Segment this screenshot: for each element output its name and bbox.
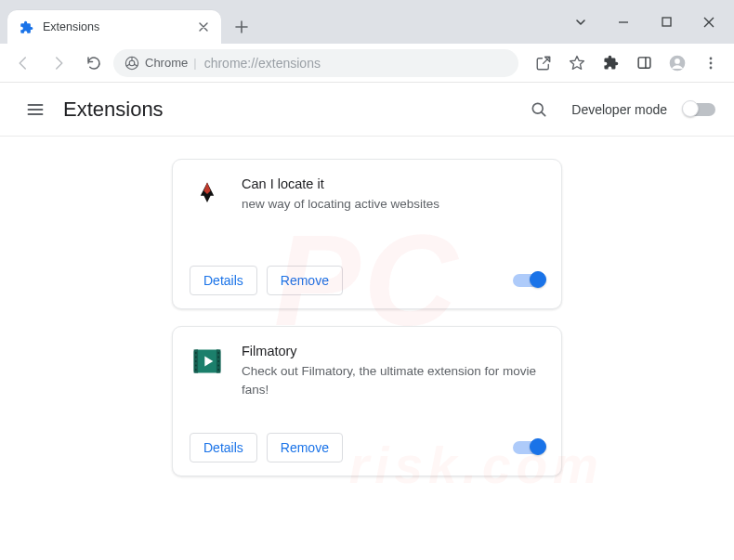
chrome-icon	[125, 56, 139, 71]
profile-button[interactable]	[662, 47, 693, 79]
svg-point-20	[217, 360, 219, 362]
extension-description: new way of locating active websites	[242, 195, 544, 214]
remove-button[interactable]: Remove	[267, 266, 343, 295]
remove-button[interactable]: Remove	[267, 433, 343, 462]
page-title: Extensions	[63, 98, 164, 122]
details-button[interactable]: Details	[190, 266, 257, 295]
extension-icon	[190, 344, 225, 379]
nav-reload-button[interactable]	[78, 47, 110, 79]
browser-toolbar: Chrome | chrome://extensions	[0, 44, 734, 83]
svg-point-2	[129, 60, 135, 66]
extensions-header: Extensions Developer mode	[0, 83, 734, 137]
svg-point-8	[710, 66, 713, 69]
share-button[interactable]	[528, 47, 559, 79]
site-chip: Chrome |	[125, 56, 197, 71]
svg-rect-3	[638, 58, 650, 68]
svg-point-15	[195, 360, 197, 362]
address-bar[interactable]: Chrome | chrome://extensions	[113, 49, 518, 77]
svg-point-5	[675, 59, 680, 64]
window-close-button[interactable]	[688, 7, 730, 38]
extensions-button[interactable]	[595, 47, 626, 79]
svg-rect-0	[662, 18, 671, 26]
developer-mode-label: Developer mode	[571, 102, 667, 117]
extension-description: Check out Filmatory, the ultimate extens…	[242, 362, 544, 398]
extension-name: Can I locate it	[242, 176, 544, 191]
window-minimize-button[interactable]	[602, 7, 645, 38]
svg-point-14	[195, 357, 197, 358]
browser-tab[interactable]: Extensions	[7, 10, 221, 44]
extension-name: Filmatory	[242, 344, 544, 358]
svg-point-19	[217, 357, 219, 358]
window-titlebar: Extensions	[0, 0, 734, 44]
extension-card: Filmatory Check out Filmatory, the ultim…	[172, 326, 562, 476]
svg-point-16	[195, 365, 197, 367]
extension-icon	[190, 176, 225, 212]
kebab-menu-button[interactable]	[695, 47, 727, 79]
nav-forward-button[interactable]	[43, 47, 74, 79]
search-button[interactable]	[523, 94, 555, 125]
svg-point-18	[217, 352, 219, 354]
svg-point-17	[195, 369, 197, 371]
side-panel-button[interactable]	[628, 47, 660, 79]
tab-close-button[interactable]	[195, 19, 212, 35]
extensions-list: Can I locate it new way of locating acti…	[0, 137, 734, 504]
svg-point-21	[217, 365, 219, 367]
tab-title: Extensions	[43, 20, 195, 33]
extension-enabled-toggle[interactable]	[513, 441, 544, 454]
svg-point-22	[217, 369, 219, 371]
new-tab-button[interactable]	[229, 14, 255, 40]
url-host: Chrome	[145, 56, 188, 70]
svg-point-7	[710, 61, 713, 64]
puzzle-piece-icon	[19, 20, 33, 34]
extension-card: Can I locate it new way of locating acti…	[172, 159, 562, 309]
bookmark-button[interactable]	[561, 47, 593, 79]
details-button[interactable]: Details	[190, 433, 257, 462]
developer-mode-toggle[interactable]	[684, 103, 715, 116]
hamburger-menu-button[interactable]	[17, 91, 54, 128]
nav-back-button[interactable]	[7, 47, 39, 79]
svg-point-13	[195, 352, 197, 354]
tab-search-button[interactable]	[559, 16, 602, 29]
extension-enabled-toggle[interactable]	[513, 274, 544, 287]
url-path: chrome://extensions	[204, 56, 321, 71]
window-maximize-button[interactable]	[645, 7, 688, 38]
window-controls	[559, 0, 734, 44]
svg-point-6	[710, 57, 713, 59]
